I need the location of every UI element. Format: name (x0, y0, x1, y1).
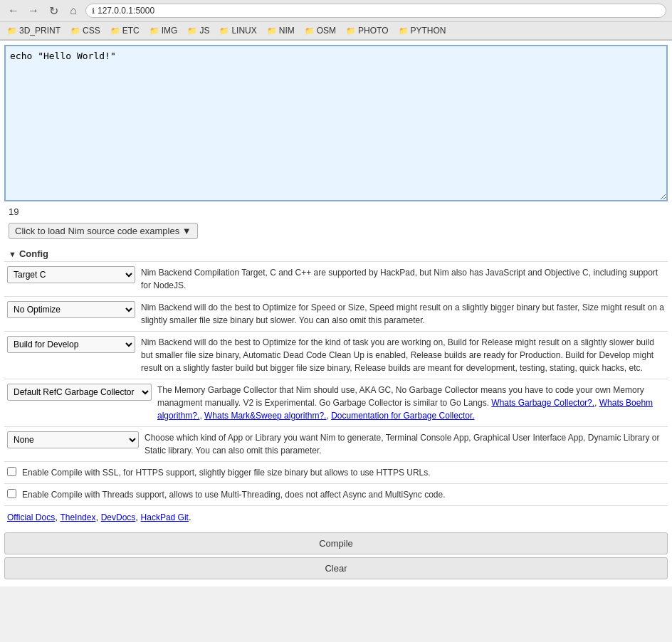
config-row-build: Build for Develop Build for Release Nim … (4, 331, 668, 379)
build-description: Nim Backend will do the best to Optimize… (141, 336, 665, 374)
threads-label: Enable Compile with Threads support, all… (22, 488, 446, 501)
gc-link-docs[interactable]: Documentation for Garbage Collector. (331, 411, 474, 421)
bookmark-photo[interactable]: 📁 PHOTO (342, 24, 392, 37)
bookmark-label-img: IMG (162, 26, 178, 36)
address-bar[interactable]: ℹ 127.0.0.1:5000 (85, 4, 666, 18)
load-examples-label: Click to load Nim source code examples ▼ (15, 226, 191, 236)
bookmark-img[interactable]: 📁 IMG (145, 24, 182, 37)
official-docs-link[interactable]: Official Docs (7, 512, 55, 522)
main-content: echo "Hello World!" 19 Click to load Nim… (0, 41, 672, 586)
refresh-button[interactable]: ↻ (46, 3, 61, 19)
info-icon: ℹ (92, 6, 95, 16)
gc-link-marksweep[interactable]: Whats Mark&Sweep algorithm?. (204, 411, 326, 421)
config-row-apptype: None Terminal Console App Graphical User… (4, 426, 668, 461)
bookmark-css[interactable]: 📁 CSS (66, 24, 105, 37)
folder-icon-css: 📁 (70, 26, 80, 36)
config-triangle-icon: ▼ (9, 250, 16, 258)
build-select[interactable]: Build for Develop Build for Release (7, 336, 135, 353)
bookmark-label-css: CSS (83, 26, 100, 36)
links-row: Official Docs, TheIndex, DevDocs, HackPa… (4, 505, 668, 528)
bookmark-label-photo: PHOTO (358, 26, 388, 36)
folder-icon-etc: 📁 (110, 26, 120, 36)
threads-checkbox[interactable] (7, 489, 16, 498)
folder-icon-js: 📁 (187, 26, 197, 36)
folder-icon-osm: 📁 (305, 26, 315, 36)
threads-checkbox-row: Enable Compile with Threads support, all… (4, 483, 668, 505)
ssl-checkbox-row: Enable Compile with SSL, for HTTPS suppo… (4, 461, 668, 483)
config-header[interactable]: ▼ Config (4, 246, 668, 261)
bookmark-3dprint[interactable]: 📁 3D_PRINT (3, 24, 65, 37)
code-editor[interactable]: echo "Hello World!" (4, 45, 668, 201)
bookmark-label-linux: LINUX (231, 26, 256, 36)
home-button[interactable]: ⌂ (65, 3, 81, 19)
config-row-target: Target C Target C++ Target JavaScript Ta… (4, 261, 668, 296)
bookmark-nim[interactable]: 📁 NIM (263, 24, 299, 37)
gc-description: The Memory Garbage Collector that Nim sh… (157, 384, 665, 422)
ssl-label: Enable Compile with SSL, for HTTPS suppo… (22, 466, 431, 479)
address-url: 127.0.0.1:5000 (98, 6, 154, 16)
folder-icon-img: 📁 (149, 26, 159, 36)
bookmarks-bar: 📁 3D_PRINT 📁 CSS 📁 ETC 📁 IMG 📁 JS 📁 LINU… (0, 22, 672, 40)
bookmark-js[interactable]: 📁 JS (183, 24, 214, 37)
gc-select[interactable]: Default RefC Garbage Collector No Garbag… (7, 384, 152, 401)
hackpad-git-link[interactable]: HackPad Git (141, 512, 189, 522)
compile-button[interactable]: Compile (4, 532, 668, 554)
line-count: 19 (4, 204, 668, 220)
ssl-checkbox[interactable] (7, 467, 16, 476)
gc-link-whats[interactable]: Whats Garbage Collector?. (491, 398, 594, 408)
bookmark-etc[interactable]: 📁 ETC (106, 24, 144, 37)
devdocs-link[interactable]: DevDocs (101, 512, 136, 522)
bookmark-osm[interactable]: 📁 OSM (300, 24, 340, 37)
target-select[interactable]: Target C Target C++ Target JavaScript Ta… (7, 266, 135, 283)
clear-button[interactable]: Clear (4, 557, 668, 579)
load-examples-button[interactable]: Click to load Nim source code examples ▼ (9, 223, 198, 239)
apptype-select[interactable]: None Terminal Console App Graphical User… (7, 431, 139, 448)
bookmark-linux[interactable]: 📁 LINUX (215, 24, 261, 37)
optimize-description: Nim Backend will do the best to Optimize… (141, 301, 665, 327)
theindex-link[interactable]: TheIndex (60, 512, 95, 522)
forward-button[interactable]: → (26, 3, 41, 19)
target-description: Nim Backend Compilation Target, C and C+… (141, 266, 665, 292)
bookmark-label-3dprint: 3D_PRINT (19, 26, 61, 36)
bookmark-label-python: PYTHON (411, 26, 446, 36)
folder-icon-3dprint: 📁 (7, 26, 17, 36)
config-label: Config (19, 248, 48, 259)
config-row-gc: Default RefC Garbage Collector No Garbag… (4, 379, 668, 426)
optimize-select[interactable]: No Optimize Optimize Speed Optimize Size (7, 301, 135, 318)
folder-icon-nim: 📁 (267, 26, 277, 36)
bookmark-python[interactable]: 📁 PYTHON (394, 24, 451, 37)
folder-icon-python: 📁 (399, 26, 409, 36)
bookmark-label-etc: ETC (122, 26, 140, 36)
folder-icon-linux: 📁 (219, 26, 229, 36)
bookmark-label-osm: OSM (317, 26, 336, 36)
config-section: ▼ Config Target C Target C++ Target Java… (4, 246, 668, 528)
folder-icon-photo: 📁 (346, 26, 356, 36)
back-button[interactable]: ← (6, 3, 21, 19)
config-row-optimize: No Optimize Optimize Speed Optimize Size… (4, 296, 668, 331)
bookmark-label-js: JS (199, 26, 209, 36)
bookmark-label-nim: NIM (279, 26, 295, 36)
apptype-description: Choose which kind of App or Library you … (145, 431, 665, 457)
